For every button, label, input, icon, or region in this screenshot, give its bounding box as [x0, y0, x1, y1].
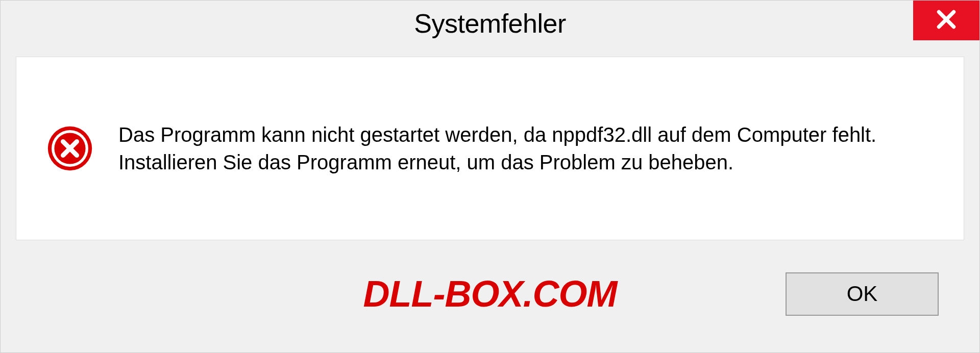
error-message: Das Programm kann nicht gestartet werden…	[118, 121, 910, 176]
titlebar: Systemfehler	[1, 1, 979, 46]
close-icon	[934, 7, 959, 34]
close-button[interactable]	[913, 1, 979, 40]
dialog-footer: DLL-BOX.COM OK	[1, 250, 979, 352]
dialog-title: Systemfehler	[414, 8, 566, 39]
watermark-text: DLL-BOX.COM	[363, 273, 617, 315]
ok-button[interactable]: OK	[786, 272, 939, 316]
content-panel: Das Programm kann nicht gestartet werden…	[16, 57, 964, 240]
error-dialog: Systemfehler Das Programm kann nicht ges…	[0, 0, 980, 353]
error-icon	[47, 125, 93, 171]
